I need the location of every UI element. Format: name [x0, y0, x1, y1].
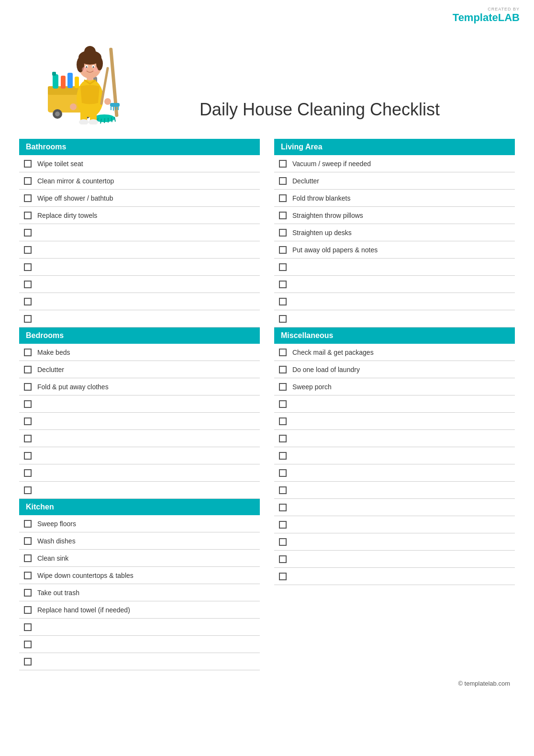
- checkbox[interactable]: [24, 315, 32, 323]
- header-area: Daily House Cleaning Checklist: [19, 19, 515, 124]
- checkbox[interactable]: [24, 177, 32, 185]
- checkbox[interactable]: [279, 194, 287, 202]
- checkbox[interactable]: [279, 263, 287, 271]
- checklist-item: [19, 482, 260, 499]
- checkbox[interactable]: [24, 229, 32, 237]
- checkbox[interactable]: [24, 520, 32, 528]
- checklist-item: Clean sink: [19, 550, 260, 567]
- checklist-item: [19, 310, 260, 327]
- checkbox[interactable]: [24, 263, 32, 271]
- checklist-section-living-area: Living AreaVacuum / sweep if neededDeclu…: [274, 139, 515, 327]
- checkbox[interactable]: [24, 554, 32, 562]
- section-header-bedrooms: Bedrooms: [19, 327, 260, 344]
- checkbox[interactable]: [24, 400, 32, 408]
- item-text: Replace hand towel (if needed): [37, 606, 130, 614]
- svg-point-29: [104, 98, 111, 105]
- checkbox[interactable]: [24, 658, 32, 666]
- item-text: Declutter: [292, 177, 319, 185]
- checklist-item: [19, 653, 260, 670]
- checkbox[interactable]: [279, 298, 287, 305]
- checkbox[interactable]: [279, 383, 287, 391]
- checkbox[interactable]: [279, 417, 287, 425]
- checklist-item: Wipe down countertops & tables: [19, 567, 260, 584]
- checklist-item: Take out trash: [19, 584, 260, 601]
- checkbox[interactable]: [24, 281, 32, 288]
- checklist-item: [274, 447, 515, 464]
- checkbox[interactable]: [24, 623, 32, 631]
- checkbox[interactable]: [279, 469, 287, 477]
- checkbox[interactable]: [279, 521, 287, 529]
- svg-rect-8: [61, 76, 66, 89]
- checkbox[interactable]: [24, 212, 32, 219]
- checklist-item: Put away old papers & notes: [274, 241, 515, 259]
- checkbox[interactable]: [24, 641, 32, 648]
- checkbox[interactable]: [24, 606, 32, 614]
- checkbox[interactable]: [279, 229, 287, 237]
- item-text: Put away old papers & notes: [292, 246, 378, 254]
- checklist-item: Replace dirty towels: [19, 207, 260, 224]
- cleaning-illustration-container: [19, 19, 144, 124]
- checkbox[interactable]: [279, 366, 287, 373]
- checkbox[interactable]: [279, 452, 287, 460]
- checklist-item: [19, 413, 260, 430]
- checkbox[interactable]: [24, 383, 32, 391]
- checkbox[interactable]: [24, 417, 32, 425]
- checklist-item: [19, 619, 260, 636]
- checklist-section-bathrooms: BathroomsWipe toilet seatClean mirror & …: [19, 139, 260, 327]
- footer-copyright: © templatelab.com: [458, 680, 510, 687]
- checkbox[interactable]: [24, 537, 32, 545]
- checkbox[interactable]: [279, 212, 287, 219]
- checkbox[interactable]: [279, 400, 287, 408]
- checklist-item: [274, 395, 515, 413]
- cleaning-illustration: [19, 19, 144, 124]
- checklist-item: [274, 430, 515, 447]
- logo-area: CREATED BY TemplateLAB: [453, 7, 520, 24]
- checkbox[interactable]: [279, 538, 287, 546]
- checkbox[interactable]: [279, 246, 287, 254]
- svg-line-19: [111, 117, 112, 122]
- section-header-miscellaneous: Miscellaneous: [274, 327, 515, 344]
- item-text: Sweep porch: [292, 383, 332, 391]
- checkbox[interactable]: [24, 589, 32, 597]
- checkbox[interactable]: [279, 573, 287, 580]
- checkbox[interactable]: [279, 349, 287, 356]
- checkbox[interactable]: [24, 298, 32, 305]
- checklist-item: [274, 533, 515, 551]
- checkbox[interactable]: [279, 504, 287, 511]
- checkbox[interactable]: [24, 194, 32, 202]
- item-text: Wash dishes: [37, 537, 76, 545]
- checkbox[interactable]: [279, 486, 287, 494]
- checkbox[interactable]: [24, 486, 32, 494]
- item-text: Check mail & get packages: [292, 349, 374, 356]
- checklist-item: [19, 636, 260, 653]
- checkbox[interactable]: [24, 160, 32, 168]
- item-text: Straighten throw pillows: [292, 212, 363, 219]
- logo-lab: LAB: [498, 11, 520, 23]
- checkbox[interactable]: [24, 452, 32, 460]
- checkbox[interactable]: [279, 177, 287, 185]
- item-text: Do one load of laundry: [292, 366, 360, 373]
- checklist-item: Straighten throw pillows: [274, 207, 515, 224]
- checkbox[interactable]: [24, 469, 32, 477]
- checkbox[interactable]: [24, 246, 32, 254]
- checklist-item: [19, 447, 260, 464]
- checkbox[interactable]: [279, 281, 287, 288]
- checkbox[interactable]: [24, 435, 32, 442]
- checkbox[interactable]: [279, 555, 287, 563]
- checkbox[interactable]: [24, 366, 32, 373]
- checkbox[interactable]: [24, 349, 32, 356]
- svg-point-24: [79, 119, 89, 124]
- checklist-section-kitchen: KitchenSweep floorsWash dishesClean sink…: [19, 499, 260, 670]
- checkbox[interactable]: [279, 315, 287, 323]
- svg-point-35: [84, 46, 96, 57]
- svg-point-41: [93, 67, 98, 72]
- checkbox[interactable]: [279, 435, 287, 442]
- checklist-item: [19, 293, 260, 310]
- checklist-item: Declutter: [274, 172, 515, 190]
- item-text: Vacuum / sweep if needed: [292, 160, 371, 168]
- checklist-section-miscellaneous: MiscellaneousCheck mail & get packagesDo…: [274, 327, 515, 585]
- item-text: Fold & put away clothes: [37, 383, 109, 391]
- checkbox[interactable]: [279, 160, 287, 168]
- svg-rect-9: [67, 73, 73, 88]
- checkbox[interactable]: [24, 572, 32, 579]
